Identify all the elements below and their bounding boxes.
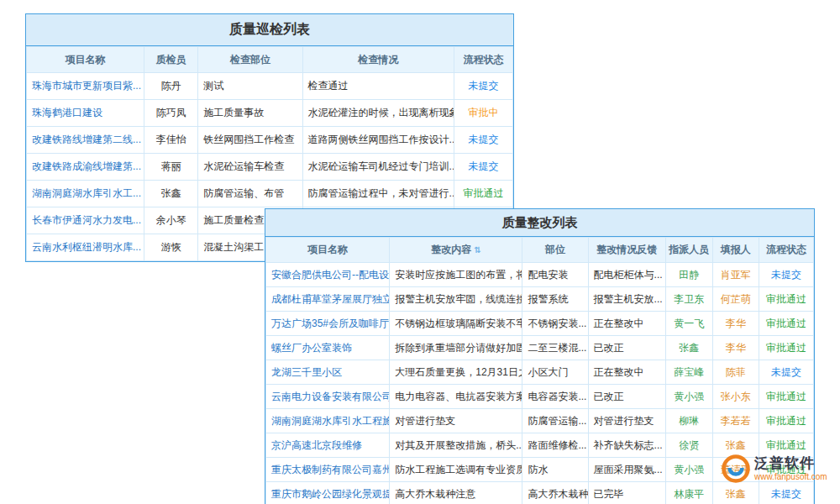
cell-inspection-detail: 水泥砼灌注的时候，出现离析现象: [302, 100, 454, 127]
cell-project-name[interactable]: 安徽合肥供电公司--配电设备...: [266, 263, 390, 287]
cell-feedback: 正在整改中: [588, 360, 665, 385]
cell-project-name[interactable]: 龙湖三千里小区: [266, 360, 390, 385]
cell-inspection-part: 防腐管运输、布管: [198, 181, 302, 207]
cell-flow-status: 审批中: [454, 100, 512, 127]
cell-feedback: 已改正: [588, 385, 665, 409]
cell-flow-status: 未提交: [759, 263, 813, 287]
column-header-label: 流程状态: [766, 244, 806, 255]
cell-project-name[interactable]: 云南电力设备安装有限公司20...: [266, 385, 390, 409]
cell-feedback: 报警主机安放...: [588, 287, 665, 312]
cell-project-name[interactable]: 改建铁路成渝线增建第...: [27, 154, 144, 181]
cell-assignee: 田静: [665, 263, 712, 287]
column-header-assignee: 指派人员: [665, 238, 712, 263]
cell-project-name[interactable]: 珠海市城市更新项目紫...: [27, 73, 144, 100]
column-header-label: 项目名称: [66, 54, 106, 66]
cell-feedback: 已改正: [588, 336, 665, 360]
cell-project-name[interactable]: 湖南洞庭湖水库引水工程施工1...: [266, 409, 390, 433]
cell-flow-status: 未提交: [454, 127, 512, 154]
cell-reporter: 李华: [712, 336, 759, 360]
column-header-label: 检查部位: [230, 54, 270, 66]
cell-reporter: 李华: [712, 312, 759, 336]
table-row: 湖南洞庭湖水库引水工程施工1...对管进行垫支防腐管运输...对管进行垫支柳琳李…: [266, 409, 814, 433]
cell-part: 二至三楼混...: [522, 336, 588, 360]
column-header-label: 整改情况反馈: [596, 244, 657, 255]
inspection-header-row: 项目名称质检员检查部位检查情况流程状态: [27, 47, 513, 73]
cell-assignee: 薛宝峰: [665, 360, 712, 385]
cell-inspector: 李佳怡: [144, 127, 198, 154]
column-header-project-name: 项目名称: [266, 238, 390, 263]
inspection-table-title: 质量巡检列表: [26, 14, 513, 46]
cell-project-name[interactable]: 珠海鹤港口建设: [27, 100, 144, 127]
cell-flow-status: 审批通过: [759, 287, 813, 312]
cell-reporter: 肖亚军: [712, 263, 759, 287]
table-row: 珠海鹤港口建设陈巧凤施工质量事故水泥砼灌注的时候，出现离析现象审批中: [27, 100, 513, 127]
cell-part: 电容器安装...: [522, 385, 588, 409]
column-header-inspector: 质检员: [144, 47, 198, 73]
cell-inspector: 余小琴: [144, 207, 198, 234]
cell-assignee: 黄小强: [665, 458, 712, 482]
cell-rectify-content: 报警主机安放牢固，线缆连接...: [390, 287, 522, 312]
page: { "colors": { "panel_border": "#45a0e0",…: [0, 0, 840, 504]
table-row: 成都杜甫草堂茅屋展厅独立展...报警主机安放牢固，线缆连接...报警系统报警主机…: [266, 287, 814, 312]
cell-rectify-content: 安装时应按施工图的布置，将...: [390, 263, 522, 287]
cell-flow-status: 审批通过: [759, 336, 813, 360]
cell-assignee: 李卫东: [665, 287, 712, 312]
cell-inspector: 陈丹: [144, 73, 198, 100]
cell-flow-status: 未提交: [759, 482, 813, 504]
column-header-inspection-part: 检查部位: [198, 47, 302, 73]
column-header-inspection-detail: 检查情况: [302, 47, 454, 73]
column-header-label: 质检员: [156, 54, 186, 66]
sort-icon[interactable]: ⇅: [474, 245, 480, 255]
cell-project-name[interactable]: 螺丝厂办公室装饰: [266, 336, 390, 360]
cell-part: 报警系统: [522, 287, 588, 312]
brand-url[interactable]: www.fanpusoft.com: [754, 472, 827, 482]
table-row: 改建铁路线增建第二线...李佳怡铁丝网围挡工作检查道路两侧铁丝网围挡工作按设计.…: [27, 127, 513, 154]
cell-project-name[interactable]: 云南水利枢纽潜明水库...: [27, 234, 144, 261]
column-header-flow-status: 流程状态: [759, 238, 813, 263]
cell-inspection-detail: 防腐管运输过程中，未对管进行...: [302, 181, 454, 207]
cell-flow-status: 审批通过: [759, 312, 813, 336]
cell-assignee: 林康平: [665, 482, 712, 504]
cell-rectify-content: 防水工程施工选调有专业资质...: [390, 458, 522, 482]
cell-project-name[interactable]: 万达广场35#会所及咖啡厅空...: [266, 312, 390, 336]
cell-inspector: 陈巧凤: [144, 100, 198, 127]
cell-project-name[interactable]: 重庆市鹅岭公园绿化景观提升...: [266, 482, 390, 504]
column-header-label: 填报人: [721, 244, 751, 255]
cell-inspection-detail: 水泥砼运输车司机经过专门培训...: [302, 154, 454, 181]
cell-feedback: 配电柜柜体与...: [588, 263, 665, 287]
fanpu-watermark: 泛普软件 www.fanpusoft.com: [721, 454, 827, 484]
table-row: 龙湖三千里小区大理石质量更换，12月31日之...小区大门正在整改中薛宝峰陈菲未…: [266, 360, 814, 385]
column-header-project-name: 项目名称: [27, 47, 144, 73]
column-header-label: 指派人员: [669, 244, 709, 255]
cell-project-name[interactable]: 改建铁路线增建第二线...: [27, 127, 144, 154]
cell-rectify-content: 对管进行垫支: [390, 409, 522, 433]
cell-part: 防腐管运输...: [522, 409, 588, 433]
cell-flow-status: 未提交: [759, 360, 813, 385]
column-header-flow-status: 流程状态: [454, 47, 512, 73]
cell-assignee: 黄一飞: [665, 312, 712, 336]
cell-project-name[interactable]: 湖南洞庭湖水库引水工...: [27, 181, 144, 207]
cell-flow-status: 审批通过: [759, 409, 813, 433]
table-row: 安徽合肥供电公司--配电设备...安装时应按施工图的布置，将...配电安装配电柜…: [266, 263, 814, 287]
cell-project-name[interactable]: 成都杜甫草堂茅屋展厅独立展...: [266, 287, 390, 312]
column-header-label: 项目名称: [307, 244, 348, 255]
column-header-part: 部位: [522, 238, 588, 263]
column-header-label: 整改内容: [431, 244, 471, 255]
table-row: 改建铁路成渝线增建第...蒋丽水泥砼运输车检查水泥砼运输车司机经过专门培训...…: [27, 154, 513, 181]
cell-part: 配电安装: [522, 263, 588, 287]
cell-project-name[interactable]: 长春市伊通河水力发电...: [27, 207, 144, 234]
cell-project-name[interactable]: 京沪高速北京段维修: [266, 433, 390, 458]
cell-reporter: 张小东: [712, 385, 759, 409]
table-row: 螺丝厂办公室装饰拆除到承重墙部分请做好加固...二至三楼混...已改正张鑫李华审…: [266, 336, 814, 360]
cell-project-name[interactable]: 重庆太极制药有限公司嘉州中...: [266, 458, 390, 482]
column-header-label: 流程状态: [463, 54, 503, 66]
cell-part: 防水: [522, 458, 588, 482]
column-header-feedback: 整改情况反馈: [588, 238, 665, 263]
cell-reporter: 何芷萌: [712, 287, 759, 312]
cell-feedback: 已完毕: [588, 482, 665, 504]
table-row: 万达广场35#会所及咖啡厅空...不锈钢边框玻璃隔断安装不牢...不锈钢安装..…: [266, 312, 814, 336]
cell-reporter: 李若若: [712, 409, 759, 433]
cell-flow-status: 审批通过: [759, 385, 813, 409]
cell-assignee: 徐贤: [665, 433, 712, 458]
cell-rectify-content: 对其及开展整改措施，桥头...: [390, 433, 522, 458]
